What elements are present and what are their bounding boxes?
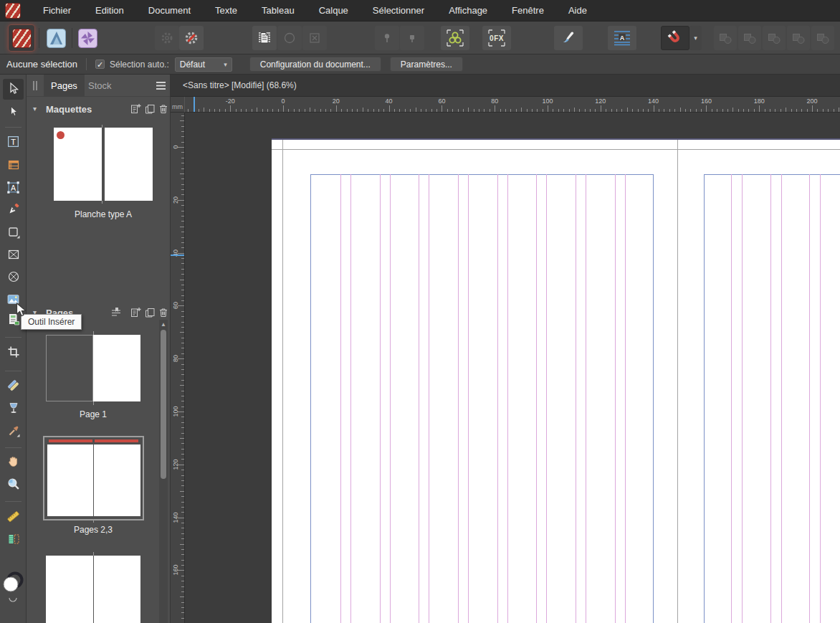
pages23-left-thumbnail[interactable] (47, 444, 94, 516)
rotate-view-button[interactable] (277, 26, 302, 50)
ruler-tool[interactable] (3, 508, 24, 528)
geometry-combine-button[interactable] (811, 26, 834, 50)
chevron-down-icon[interactable]: ▾ (33, 105, 37, 113)
document-tab[interactable]: <Sans titre> [Modifié] (68.6%) (183, 80, 297, 90)
document-spread[interactable] (272, 140, 840, 623)
preview-mode-button[interactable] (252, 26, 277, 50)
vertical-ruler[interactable]: 020406080100120140160 (171, 113, 185, 623)
pin-button[interactable] (375, 26, 399, 50)
margins-tool[interactable] (3, 530, 24, 551)
horizontal-ruler[interactable]: -20020406080100120140160180200 (185, 97, 840, 113)
geometry-add-button[interactable] (714, 26, 737, 50)
move-tool[interactable] (3, 79, 24, 100)
table-tool[interactable] (3, 156, 24, 176)
crop-tool[interactable] (3, 343, 24, 363)
menu-item-calque[interactable]: Calque (307, 0, 361, 22)
text-wrap-button[interactable]: A (608, 26, 636, 50)
menu-item-sélectionner[interactable]: Sélectionner (361, 0, 436, 22)
ruler-tick (791, 109, 792, 112)
document-setup-button[interactable]: Configuration du document... (249, 57, 381, 72)
panel-menu-icon[interactable] (156, 81, 166, 90)
colour-picker-tool[interactable] (3, 422, 24, 442)
float-button[interactable] (400, 26, 424, 50)
ruler-tick (325, 109, 326, 112)
geometry-subtract-button[interactable] (738, 26, 761, 50)
ruler-label: 60 (438, 98, 445, 105)
menu-item-affichage[interactable]: Affichage (436, 0, 500, 22)
margin-guide-left (310, 174, 311, 623)
effects-count-button[interactable]: 0FX (482, 26, 511, 50)
pages-scrollbar-thumb[interactable] (161, 330, 166, 479)
insert-pages-icon[interactable] (110, 307, 122, 318)
ruler-tick (283, 105, 284, 112)
photo-icon (78, 29, 97, 48)
partial-right-thumbnail[interactable] (94, 556, 141, 623)
column-guide (458, 174, 459, 623)
picture-frame-rect-tool[interactable] (3, 245, 24, 266)
add-page-icon[interactable] (130, 307, 141, 318)
frame-text-tool[interactable]: T (3, 133, 24, 153)
duplicate-icon[interactable] (144, 103, 156, 115)
snapping-options-dropdown[interactable]: ▾ (689, 26, 702, 50)
menu-item-edition[interactable]: Edition (83, 0, 136, 22)
page-item-pages23-selected[interactable] (43, 436, 144, 520)
menu-item-fichier[interactable]: Fichier (31, 0, 83, 22)
publisher-persona-button[interactable] (9, 25, 34, 51)
artistic-text-tool[interactable]: A (3, 179, 24, 199)
column-guide (586, 174, 586, 623)
menu-item-tableau[interactable]: Tableau (249, 0, 307, 22)
page1-thumbnail[interactable] (93, 335, 140, 401)
column-guide (468, 174, 469, 623)
partial-left-thumbnail[interactable] (46, 556, 93, 623)
photo-persona-button[interactable] (75, 25, 100, 51)
snapping-toggle-button[interactable] (661, 26, 689, 50)
clip-view-button[interactable] (302, 26, 327, 50)
ruler-label: 80 (491, 98, 498, 105)
panel-grip-icon[interactable] (33, 81, 34, 90)
panel-grip-icon[interactable] (36, 81, 37, 90)
ruler-tick (659, 109, 659, 112)
preflight-button[interactable] (441, 26, 469, 50)
picture-frame-ellipse-tool[interactable] (3, 267, 24, 288)
duplicate-icon[interactable] (144, 307, 156, 318)
adjustment-gear-button[interactable] (155, 26, 179, 50)
rectangle-tool[interactable] (3, 223, 24, 244)
no-adjustment-gear-button[interactable] (179, 26, 204, 50)
auto-select-checkbox[interactable]: ✓ (95, 60, 105, 69)
geometry-divide-button[interactable] (787, 26, 810, 50)
menu-item-aide[interactable]: Aide (556, 0, 599, 22)
magnet-icon (667, 29, 684, 47)
fill-stroke-swatches[interactable] (0, 568, 27, 604)
fill-tool[interactable] (3, 399, 24, 419)
page-item-page1[interactable] (27, 335, 171, 401)
zoom-tool[interactable] (3, 475, 24, 495)
ruler-tick (181, 364, 184, 365)
hide-guides-button[interactable] (554, 26, 583, 50)
document-canvas[interactable] (185, 113, 840, 623)
tab-pages[interactable]: Pages (44, 75, 85, 97)
auto-select-dropdown[interactable]: Défaut ▾ (175, 57, 232, 72)
main-toolbar: 0FX A ▾ (0, 22, 840, 54)
scrollbar-up-arrow[interactable]: ▲ (161, 321, 166, 328)
vector-brush-tool[interactable] (3, 376, 24, 397)
designer-persona-button[interactable] (43, 25, 69, 51)
menu-item-document[interactable]: Document (136, 0, 203, 22)
page-item-partial[interactable] (27, 556, 171, 623)
ruler-tick (621, 109, 622, 112)
pages23-right-thumbnail[interactable] (94, 444, 140, 516)
master-spread-thumbnail[interactable] (54, 128, 153, 201)
add-master-icon[interactable] (130, 103, 141, 115)
trash-icon[interactable] (158, 103, 169, 115)
menu-item-fenêtre[interactable]: Fenêtre (500, 0, 556, 22)
pen-tool[interactable] (3, 200, 24, 221)
node-tool[interactable] (3, 102, 24, 123)
trash-icon[interactable] (158, 307, 169, 318)
tab-stock[interactable]: Stock (81, 75, 119, 97)
ruler-unit-corner[interactable]: mm (171, 97, 185, 113)
geometry-intersect-button[interactable] (763, 26, 786, 50)
menu-item-texte[interactable]: Texte (203, 0, 249, 22)
ruler-tick (521, 108, 522, 112)
preferences-button[interactable]: Paramètres... (390, 57, 463, 72)
ruler-tick (181, 523, 184, 523)
hand-tool[interactable] (3, 452, 24, 473)
